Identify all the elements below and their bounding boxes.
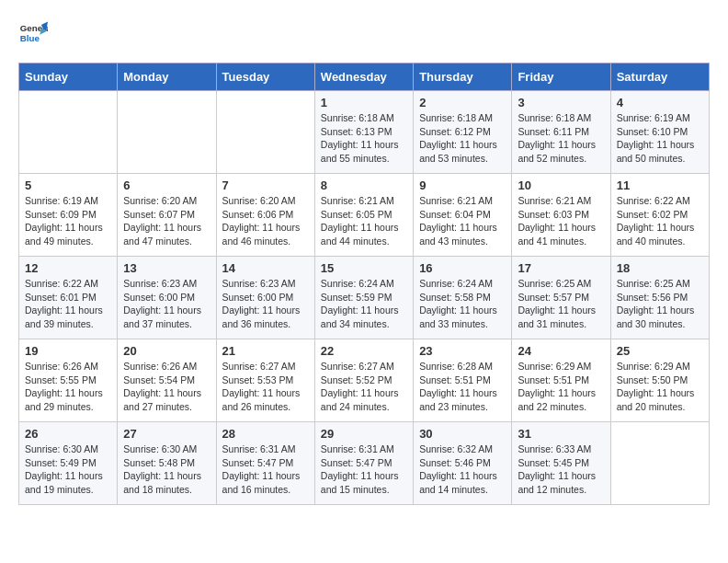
cell-info: Sunrise: 6:20 AMSunset: 6:07 PMDaylight:… [123,194,210,248]
cell-info: Sunrise: 6:31 AMSunset: 5:47 PMDaylight:… [321,442,407,497]
calendar-cell: 19Sunrise: 6:26 AMSunset: 5:55 PMDayligh… [19,339,118,422]
logo-icon: General Blue [18,18,48,48]
calendar-cell: 30Sunrise: 6:32 AMSunset: 5:46 PMDayligh… [414,422,512,505]
weekday-header-wednesday: Wednesday [314,63,413,91]
calendar-cell: 23Sunrise: 6:28 AMSunset: 5:51 PMDayligh… [414,339,512,422]
cell-info: Sunrise: 6:21 AMSunset: 6:05 PMDaylight:… [321,194,407,248]
cell-info: Sunrise: 6:31 AMSunset: 5:47 PMDaylight:… [222,442,309,497]
day-number: 4 [617,96,703,109]
day-number: 29 [321,427,407,441]
calendar-cell: 17Sunrise: 6:25 AMSunset: 5:57 PMDayligh… [512,257,610,339]
cell-info: Sunrise: 6:22 AMSunset: 6:01 PMDaylight:… [25,277,111,331]
cell-info: Sunrise: 6:25 AMSunset: 5:56 PMDaylight:… [617,277,703,331]
calendar-cell [610,422,709,505]
calendar-cell: 12Sunrise: 6:22 AMSunset: 6:01 PMDayligh… [19,257,118,339]
calendar-week-4: 19Sunrise: 6:26 AMSunset: 5:55 PMDayligh… [19,339,710,422]
calendar-cell: 3Sunrise: 6:18 AMSunset: 6:11 PMDaylight… [512,91,610,174]
weekday-header-monday: Monday [118,63,216,91]
cell-info: Sunrise: 6:26 AMSunset: 5:55 PMDaylight:… [25,360,111,414]
day-number: 19 [25,344,111,358]
cell-info: Sunrise: 6:27 AMSunset: 5:52 PMDaylight:… [321,360,407,414]
day-number: 5 [25,178,111,192]
calendar-cell: 27Sunrise: 6:30 AMSunset: 5:48 PMDayligh… [118,422,216,505]
weekday-header-tuesday: Tuesday [216,63,314,91]
cell-info: Sunrise: 6:18 AMSunset: 6:11 PMDaylight:… [518,111,604,166]
day-number: 25 [617,344,703,358]
cell-info: Sunrise: 6:23 AMSunset: 6:00 PMDaylight:… [222,277,309,331]
day-number: 14 [222,261,309,275]
calendar-week-5: 26Sunrise: 6:30 AMSunset: 5:49 PMDayligh… [19,422,710,505]
calendar-cell: 25Sunrise: 6:29 AMSunset: 5:50 PMDayligh… [610,339,709,422]
calendar-cell: 15Sunrise: 6:24 AMSunset: 5:59 PMDayligh… [314,257,413,339]
calendar-cell: 24Sunrise: 6:29 AMSunset: 5:51 PMDayligh… [512,339,610,422]
cell-info: Sunrise: 6:32 AMSunset: 5:46 PMDaylight:… [419,442,506,497]
weekday-header-friday: Friday [512,63,610,91]
day-number: 30 [419,427,506,441]
calendar-cell: 18Sunrise: 6:25 AMSunset: 5:56 PMDayligh… [610,257,709,339]
cell-info: Sunrise: 6:23 AMSunset: 6:00 PMDaylight:… [123,277,210,331]
day-number: 12 [25,261,111,275]
day-number: 6 [123,178,210,192]
logo: General Blue [18,18,48,48]
svg-text:Blue: Blue [20,33,40,43]
day-number: 24 [518,344,604,358]
day-number: 28 [222,427,309,441]
cell-info: Sunrise: 6:29 AMSunset: 5:50 PMDaylight:… [617,360,703,414]
day-number: 23 [419,344,506,358]
calendar-week-3: 12Sunrise: 6:22 AMSunset: 6:01 PMDayligh… [19,257,710,339]
cell-info: Sunrise: 6:33 AMSunset: 5:45 PMDaylight:… [518,442,604,497]
cell-info: Sunrise: 6:19 AMSunset: 6:10 PMDaylight:… [617,111,703,166]
day-number: 17 [518,261,604,275]
day-number: 2 [419,96,506,109]
calendar-cell: 1Sunrise: 6:18 AMSunset: 6:13 PMDaylight… [314,91,413,174]
calendar-cell: 14Sunrise: 6:23 AMSunset: 6:00 PMDayligh… [216,257,314,339]
page-header: General Blue [18,18,710,48]
calendar-cell: 21Sunrise: 6:27 AMSunset: 5:53 PMDayligh… [216,339,314,422]
cell-info: Sunrise: 6:30 AMSunset: 5:49 PMDaylight:… [25,442,111,497]
calendar-cell: 6Sunrise: 6:20 AMSunset: 6:07 PMDaylight… [118,174,216,257]
calendar-cell: 5Sunrise: 6:19 AMSunset: 6:09 PMDaylight… [19,174,118,257]
calendar-cell: 4Sunrise: 6:19 AMSunset: 6:10 PMDaylight… [610,91,709,174]
calendar-cell: 13Sunrise: 6:23 AMSunset: 6:00 PMDayligh… [118,257,216,339]
day-number: 20 [123,344,210,358]
cell-info: Sunrise: 6:26 AMSunset: 5:54 PMDaylight:… [123,360,210,414]
calendar-week-1: 1Sunrise: 6:18 AMSunset: 6:13 PMDaylight… [19,91,710,174]
calendar-cell: 20Sunrise: 6:26 AMSunset: 5:54 PMDayligh… [118,339,216,422]
cell-info: Sunrise: 6:28 AMSunset: 5:51 PMDaylight:… [419,360,506,414]
calendar-cell: 2Sunrise: 6:18 AMSunset: 6:12 PMDaylight… [414,91,512,174]
cell-info: Sunrise: 6:18 AMSunset: 6:12 PMDaylight:… [419,111,506,166]
cell-info: Sunrise: 6:19 AMSunset: 6:09 PMDaylight:… [25,194,111,248]
calendar-cell: 16Sunrise: 6:24 AMSunset: 5:58 PMDayligh… [414,257,512,339]
cell-info: Sunrise: 6:27 AMSunset: 5:53 PMDaylight:… [222,360,309,414]
day-number: 31 [518,427,604,441]
day-number: 3 [518,96,604,109]
day-number: 9 [419,178,506,192]
calendar-cell: 7Sunrise: 6:20 AMSunset: 6:06 PMDaylight… [216,174,314,257]
calendar-cell: 11Sunrise: 6:22 AMSunset: 6:02 PMDayligh… [610,174,709,257]
calendar-cell: 28Sunrise: 6:31 AMSunset: 5:47 PMDayligh… [216,422,314,505]
calendar-cell: 26Sunrise: 6:30 AMSunset: 5:49 PMDayligh… [19,422,118,505]
cell-info: Sunrise: 6:30 AMSunset: 5:48 PMDaylight:… [123,442,210,497]
day-number: 1 [321,96,407,109]
calendar-week-2: 5Sunrise: 6:19 AMSunset: 6:09 PMDaylight… [19,174,710,257]
day-number: 26 [25,427,111,441]
weekday-header-sunday: Sunday [19,63,118,91]
day-number: 27 [123,427,210,441]
weekday-header-row: SundayMondayTuesdayWednesdayThursdayFrid… [19,63,710,91]
cell-info: Sunrise: 6:24 AMSunset: 5:59 PMDaylight:… [321,277,407,331]
cell-info: Sunrise: 6:21 AMSunset: 6:04 PMDaylight:… [419,194,506,248]
cell-info: Sunrise: 6:29 AMSunset: 5:51 PMDaylight:… [518,360,604,414]
cell-info: Sunrise: 6:22 AMSunset: 6:02 PMDaylight:… [617,194,703,248]
cell-info: Sunrise: 6:18 AMSunset: 6:13 PMDaylight:… [321,111,407,166]
calendar-cell: 31Sunrise: 6:33 AMSunset: 5:45 PMDayligh… [512,422,610,505]
day-number: 13 [123,261,210,275]
calendar-cell [216,91,314,174]
calendar-table: SundayMondayTuesdayWednesdayThursdayFrid… [18,63,710,505]
cell-info: Sunrise: 6:24 AMSunset: 5:58 PMDaylight:… [419,277,506,331]
day-number: 21 [222,344,309,358]
weekday-header-thursday: Thursday [414,63,512,91]
day-number: 16 [419,261,506,275]
calendar-cell: 9Sunrise: 6:21 AMSunset: 6:04 PMDaylight… [414,174,512,257]
day-number: 11 [617,178,703,192]
calendar-cell [118,91,216,174]
